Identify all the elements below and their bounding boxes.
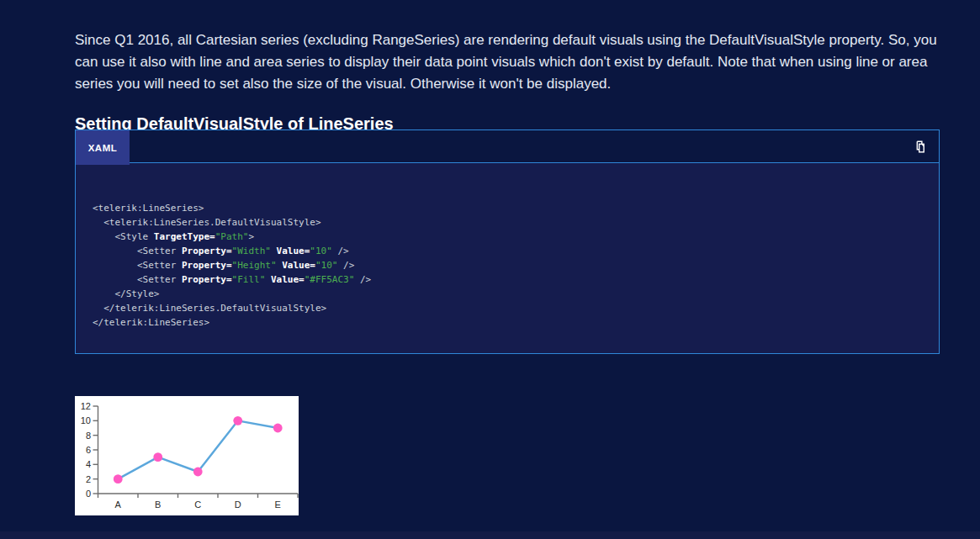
- xaml-code: <telerik:LineSeries> <telerik:LineSeries…: [76, 163, 939, 330]
- intro-paragraph: Since Q1 2016, all Cartesian series (exc…: [75, 29, 943, 95]
- line-chart: 024681012ABCDE: [75, 396, 299, 515]
- code-line: <Setter Property="Height" Value="10" />: [93, 258, 925, 272]
- code-line: </telerik:LineSeries.DefaultVisualStyle>: [93, 301, 925, 315]
- svg-text:A: A: [115, 499, 122, 510]
- copy-icon: [912, 139, 928, 157]
- svg-text:C: C: [194, 499, 201, 510]
- code-line: </telerik:LineSeries>: [93, 315, 925, 330]
- code-line: <Setter Property="Fill" Value="#FF5AC3" …: [93, 272, 925, 287]
- svg-text:2: 2: [86, 474, 91, 484]
- code-line: </Style>: [93, 287, 925, 301]
- code-line: <telerik:LineSeries>: [93, 201, 925, 215]
- svg-text:D: D: [235, 499, 241, 510]
- page-bottom-strip: [0, 531, 980, 539]
- copy-code-button[interactable]: [907, 135, 932, 161]
- code-line: <Setter Property="Width" Value="10" />: [93, 244, 925, 258]
- svg-text:10: 10: [81, 415, 91, 425]
- svg-text:B: B: [155, 499, 161, 510]
- code-block: XAML <telerik:LineSeries> <telerik:LineS…: [75, 129, 940, 354]
- svg-text:E: E: [275, 499, 281, 510]
- tab-xaml-label: XAML: [88, 143, 118, 153]
- code-line: <telerik:LineSeries.DefaultVisualStyle>: [93, 215, 925, 230]
- code-content: <telerik:LineSeries> <telerik:LineSeries…: [76, 163, 939, 353]
- svg-text:0: 0: [86, 489, 91, 499]
- svg-text:4: 4: [86, 459, 91, 469]
- svg-text:12: 12: [81, 401, 91, 411]
- svg-text:8: 8: [86, 431, 91, 441]
- code-tabstrip: [76, 130, 939, 163]
- code-line: <Style TargetType="Path">: [93, 230, 925, 244]
- tab-xaml[interactable]: XAML: [76, 130, 130, 165]
- svg-text:6: 6: [86, 445, 91, 455]
- chart-panel: 024681012ABCDE: [75, 396, 299, 515]
